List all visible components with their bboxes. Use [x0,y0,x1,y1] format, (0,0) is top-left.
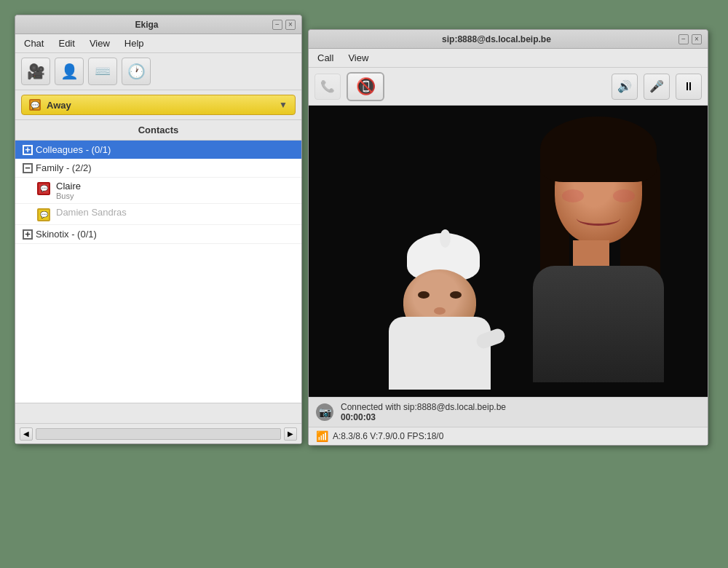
history-button[interactable]: 🕐 [122,58,151,85]
mic-icon: 🎤 [649,79,664,93]
contacts-button[interactable]: 👤 [55,58,84,85]
help-menu[interactable]: Help [119,36,150,51]
chevron-down-icon: ▼ [279,100,288,110]
video-feed [309,106,708,397]
clock-icon: 🕐 [127,63,146,80]
answer-icon: 📞 [320,79,335,93]
colleagues-group[interactable]: + Colleagues - (0/1) [15,141,301,159]
answer-button[interactable]: 📞 [314,74,341,100]
claire-contact[interactable]: 💬 Claire Busy [15,178,301,204]
busy-icon: 💬 [37,182,50,195]
dialpad-button[interactable]: ⌨️ [88,58,117,85]
call-minimize-btn[interactable]: − [678,34,689,44]
colleagues-label: Colleagues - (0/1) [36,144,111,155]
pause-icon: ⏸ [683,80,695,93]
contacts-list: + Colleagues - (0/1) − Family - (2/2) 💬 … [15,141,301,403]
call-menu[interactable]: Call [312,50,339,66]
status-label: Away [47,100,71,111]
view-menu[interactable]: View [84,36,116,51]
family-group[interactable]: − Family - (2/2) [15,159,301,178]
call-status-line1: Connected with sip:8888@ds.local.beip.be [341,402,700,412]
call-stats-bar: 📶 A:8.3/8.6 V:7.9/0.0 FPS:18/0 [309,427,708,445]
stats-chart-icon: 📶 [316,430,328,442]
damien-info: Damien Sandras [56,207,294,218]
scroll-left-btn[interactable]: ◀ [20,427,33,441]
status-icon: 💬 [29,99,41,111]
ekiga-titlebar: Ekiga − × [15,15,301,34]
status-left: 💬 Away [29,99,71,111]
call-menubar: Call View [309,49,708,68]
mic-button[interactable]: 🎤 [644,74,670,100]
ekiga-menubar: Chat Edit View Help [15,34,301,53]
damien-status-icon: 💬 [37,208,50,221]
ekiga-title: Ekiga [21,20,272,30]
chat-menu[interactable]: Chat [18,36,50,51]
claire-info: Claire Busy [56,181,294,200]
ekiga-main-window: Ekiga − × Chat Edit View Help 🎥 👤 ⌨️ 🕐 [15,15,302,444]
call-close-btn[interactable]: × [692,34,702,44]
away-icon: 💬 [31,101,39,109]
call-status-bar: 📷 Connected with sip:8888@ds.local.beip.… [309,397,708,427]
webcam-button[interactable]: 🎥 [21,58,50,85]
claire-status: Busy [56,192,294,200]
scroll-track[interactable] [36,428,281,440]
edit-menu[interactable]: Edit [52,36,80,51]
scroll-right-btn[interactable]: ▶ [284,427,297,441]
call-title: sip:8888@ds.local.beip.be [314,34,678,44]
volume-icon: 🔊 [617,79,632,93]
call-titlebar: sip:8888@ds.local.beip.be − × [309,30,708,49]
status-bar-area: 💬 Away ▼ [15,90,301,120]
call-titlebar-buttons: − × [678,34,702,44]
video-area [309,106,708,397]
scrollbar-bottom: ◀ ▶ [15,423,301,443]
claire-name: Claire [56,181,294,192]
call-status-line2: 00:00:03 [341,412,700,422]
call-toolbar: 📞 📵 🔊 🎤 ⏸ [309,68,708,106]
webcam-icon: 🎥 [27,63,45,80]
call-status-camera-icon: 📷 [316,403,333,421]
call-stats-text: A:8.3/8.6 V:7.9/0.0 FPS:18/0 [333,431,443,441]
ekiga-minimize-btn[interactable]: − [272,20,282,30]
skinotix-expand-icon: + [23,229,33,240]
camera-icon: 📷 [319,406,331,418]
volume-button[interactable]: 🔊 [612,74,638,100]
contacts-header: Contacts [15,120,301,141]
contacts-icon: 👤 [60,63,79,80]
call-status-text: Connected with sip:8888@ds.local.beip.be… [341,402,700,422]
pause-button[interactable]: ⏸ [676,74,702,100]
family-label: Family - (2/2) [36,162,92,173]
damien-contact[interactable]: 💬 Damien Sandras [15,204,301,225]
hangup-icon: 📵 [356,77,376,96]
dialpad-icon: ⌨️ [95,63,111,79]
ekiga-close-btn[interactable]: × [285,20,296,30]
contacts-panel: Contacts + Colleagues - (0/1) − Family -… [15,120,301,403]
away-small-icon: 💬 [37,208,50,221]
colleagues-expand-icon: + [23,145,33,155]
call-window: sip:8888@ds.local.beip.be − × Call View … [308,29,708,446]
call-view-menu[interactable]: View [342,50,374,66]
skinotix-group[interactable]: + Skinotix - (0/1) [15,225,301,244]
skinotix-label: Skinotix - (0/1) [36,229,97,240]
ekiga-titlebar-buttons: − × [272,20,296,30]
family-expand-icon: − [23,163,33,173]
status-dropdown[interactable]: 💬 Away ▼ [21,95,296,115]
claire-status-icon: 💬 [37,182,50,195]
damien-name: Damien Sandras [56,207,294,218]
hangup-button[interactable]: 📵 [347,72,384,101]
contacts-scrollbar [15,403,301,423]
ekiga-toolbar: 🎥 👤 ⌨️ 🕐 [15,53,301,90]
